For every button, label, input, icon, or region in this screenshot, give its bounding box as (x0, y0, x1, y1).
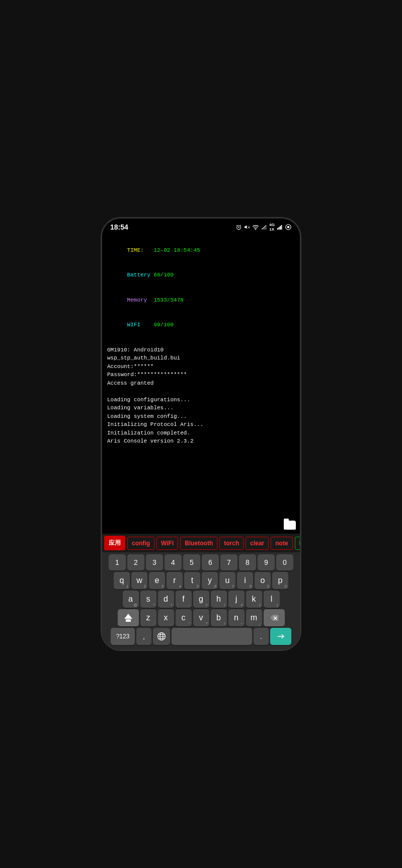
quickbtn-wifi[interactable]: WiFi (156, 537, 178, 550)
key-e[interactable]: e3 (149, 572, 165, 589)
phone-frame: 18:54 (101, 217, 301, 651)
key-d[interactable]: d+ (158, 591, 174, 608)
key-r[interactable]: r4 (167, 572, 183, 589)
key-j[interactable]: j# (228, 591, 245, 608)
key-4[interactable]: 4 (165, 554, 182, 570)
terminal-line-blank2 (107, 387, 295, 396)
svg-line-1 (236, 225, 237, 226)
quickbtn-config[interactable]: config (127, 537, 154, 550)
key-7[interactable]: 7 (220, 554, 237, 570)
signal-icon (277, 224, 283, 230)
terminal-line-3: WIFI 99/100 (107, 313, 295, 338)
svg-point-17 (287, 226, 290, 229)
terminal-line-blank1 (107, 337, 295, 346)
alarm-icon (235, 224, 242, 231)
terminal-line-5: GM1910: Android10 (107, 346, 295, 354)
key-0[interactable]: 0 (276, 554, 293, 570)
key-f[interactable]: f- (176, 591, 192, 608)
svg-rect-14 (280, 226, 281, 230)
key-h[interactable]: h/ (211, 591, 227, 608)
kb-row-asdf: a@ s* d+ f- g= h/ j# k( l) (103, 591, 299, 608)
kb-row-bottom: ?123 , . (103, 628, 299, 645)
key-c[interactable]: c" (176, 609, 192, 626)
quickbtn-torch[interactable]: torch (219, 537, 244, 550)
terminal-line-0: TIME: 12-02 18:54:45 (107, 238, 295, 263)
status-bar: 18:54 (102, 219, 300, 234)
key-z[interactable]: z' (140, 609, 156, 626)
key-3[interactable]: 3 (146, 554, 163, 570)
terminal-line-7: Account:****** (107, 363, 295, 371)
key-a[interactable]: a@ (123, 591, 139, 608)
key-v[interactable]: v? (193, 609, 209, 626)
key-n[interactable]: n~ (228, 609, 245, 626)
key-m[interactable]: m_ (246, 609, 262, 626)
terminal-line-6: wsp_stp_auth_build.bui (107, 354, 295, 363)
svg-rect-11 (266, 225, 267, 230)
key-sym[interactable]: ?123 (111, 628, 135, 645)
key-g[interactable]: g= (193, 591, 209, 608)
backspace-icon (270, 614, 279, 621)
svg-rect-12 (277, 228, 278, 230)
key-1[interactable]: 1 (109, 554, 126, 570)
terminal-line-9: Access granted (107, 379, 295, 388)
status-time: 18:54 (110, 223, 128, 231)
key-q[interactable]: q1 (114, 572, 130, 589)
key-shift[interactable] (118, 609, 139, 626)
key-p[interactable]: p0 (272, 572, 288, 589)
quickbtn-note[interactable]: note (271, 537, 292, 550)
key-globe[interactable] (153, 628, 170, 645)
svg-rect-8 (262, 228, 263, 230)
terminal-area: TIME: 12-02 18:54:45 Battery 68/100 Memo… (102, 234, 300, 534)
quickbtn-bluetooth[interactable]: Bluetooth (180, 537, 217, 550)
mute-icon (244, 224, 250, 230)
terminal-line-16: Aris Console version 2.3.2 (107, 437, 295, 446)
quickbtn-clear[interactable]: clear (246, 537, 269, 550)
key-x[interactable]: x: (158, 609, 174, 626)
key-y[interactable]: y6 (202, 572, 218, 589)
key-period[interactable]: . (254, 628, 269, 645)
key-6[interactable]: 6 (202, 554, 219, 570)
svg-rect-9 (263, 227, 264, 230)
svg-rect-13 (279, 227, 280, 230)
terminal-line-8: Password:*************** (107, 371, 295, 379)
4g-label: 4G1X (269, 223, 275, 232)
key-k[interactable]: k( (246, 591, 262, 608)
key-w[interactable]: w2 (131, 572, 147, 589)
terminal-line-13: Loading system config... (107, 412, 295, 421)
key-backspace[interactable] (264, 609, 285, 626)
kb-row-zxcv: z' x: c" v? b! n~ m_ (103, 609, 299, 626)
status-icons: 4G1X (235, 223, 292, 232)
terminal-line-12: Loading variables... (107, 404, 295, 412)
key-2[interactable]: 2 (127, 554, 144, 570)
key-comma[interactable]: , (136, 628, 151, 645)
terminal-line-15: Initialization completed. (107, 429, 295, 438)
key-i[interactable]: i8 (237, 572, 253, 589)
folder-icon[interactable] (284, 521, 296, 530)
quick-bar: 应用 config WiFi Bluetooth torch clear not… (102, 534, 300, 552)
key-5[interactable]: 5 (183, 554, 200, 570)
key-8[interactable]: 8 (239, 554, 256, 570)
key-l[interactable]: l) (264, 591, 280, 608)
key-s[interactable]: s* (140, 591, 156, 608)
record-icon (285, 224, 292, 231)
terminal-line-11: Loading configurations... (107, 396, 295, 404)
key-9[interactable]: 9 (258, 554, 275, 570)
signal-off-icon (261, 224, 267, 230)
svg-marker-3 (245, 226, 247, 229)
terminal-line-14: Initializing Protocol Aris... (107, 420, 295, 429)
key-t[interactable]: t5 (184, 572, 200, 589)
key-b[interactable]: b! (211, 609, 227, 626)
key-o[interactable]: o9 (255, 572, 271, 589)
svg-rect-10 (264, 226, 265, 230)
kb-row-qwerty: q1 w2 e3 r4 t5 y6 u7 i8 o9 p0 (103, 572, 299, 589)
terminal-line-1: Battery 68/100 (107, 263, 295, 288)
key-enter[interactable] (270, 628, 291, 645)
quickbtn-apply[interactable]: 应用 (104, 536, 125, 550)
wifi-icon (252, 225, 259, 230)
enter-icon (276, 633, 285, 640)
kb-row-numbers: 1 2 3 4 5 6 7 8 9 0 (103, 554, 299, 570)
quickbtn-locate[interactable]: locate (295, 537, 300, 550)
keyboard: 1 2 3 4 5 6 7 8 9 0 q1 w2 e3 r4 t5 y6 u7… (102, 552, 300, 649)
key-space[interactable] (172, 628, 252, 645)
key-u[interactable]: u7 (219, 572, 235, 589)
